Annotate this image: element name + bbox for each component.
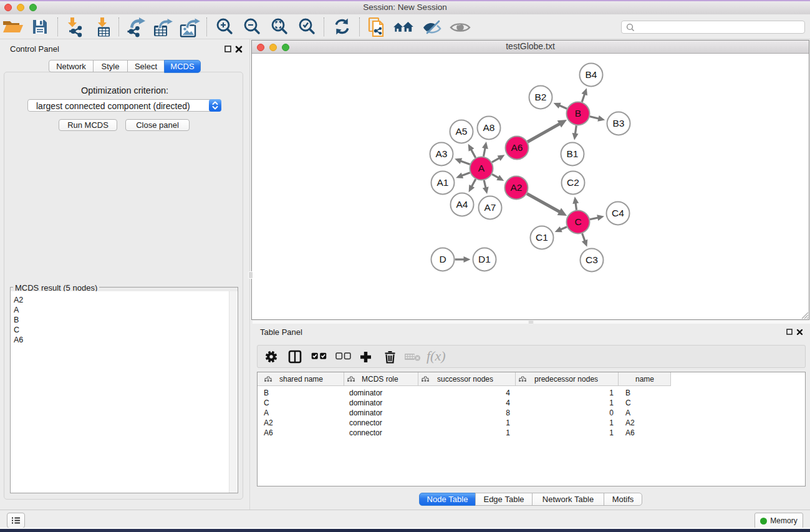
- svg-text:A6: A6: [511, 142, 523, 153]
- svg-text:A7: A7: [485, 202, 496, 213]
- svg-text:A5: A5: [456, 126, 468, 137]
- svg-text:B2: B2: [535, 92, 547, 102]
- svg-text:A: A: [478, 163, 485, 173]
- svg-text:A4: A4: [456, 199, 468, 210]
- svg-text:C4: C4: [612, 208, 624, 218]
- svg-text:B4: B4: [586, 69, 597, 80]
- svg-text:A8: A8: [483, 122, 495, 133]
- svg-text:C: C: [574, 216, 581, 227]
- svg-text:B3: B3: [613, 118, 625, 128]
- svg-text:B1: B1: [567, 148, 579, 159]
- svg-text:D: D: [439, 254, 446, 264]
- svg-text:C3: C3: [586, 254, 598, 265]
- svg-text:A2: A2: [511, 182, 523, 193]
- svg-text:A3: A3: [436, 148, 448, 159]
- svg-text:A1: A1: [437, 177, 449, 188]
- svg-text:B: B: [575, 108, 581, 118]
- svg-text:C1: C1: [536, 232, 548, 243]
- svg-text:D1: D1: [478, 254, 491, 264]
- svg-text:C2: C2: [567, 177, 579, 188]
